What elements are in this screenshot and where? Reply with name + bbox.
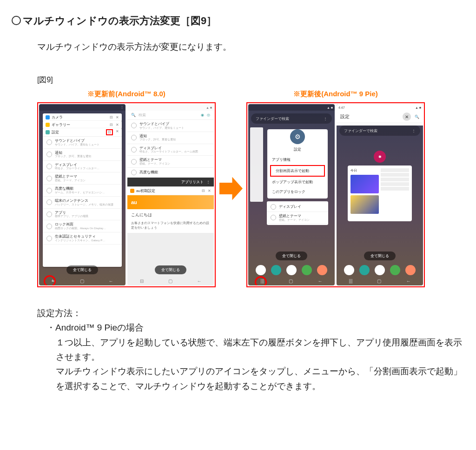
close-icon[interactable]: ✕ xyxy=(116,129,119,135)
search-bar[interactable]: 🔍 検索 ◉ ◎ xyxy=(127,111,214,120)
setting-icon xyxy=(131,135,137,140)
gallery-icon[interactable]: ✱ xyxy=(374,151,386,163)
au-card[interactable]: au初期設定⊟✕ au こんにちは お客さまのスマートフォンを快適に利用するため… xyxy=(127,186,214,233)
home-button[interactable]: ▢ xyxy=(80,278,84,284)
dock-app-2[interactable] xyxy=(271,265,281,275)
title-text: マルチウィンドウの表示方法変更［図9］ xyxy=(23,15,217,26)
gear-icon[interactable]: ⚙ xyxy=(290,129,305,144)
home-button[interactable]: ▢ xyxy=(168,278,172,284)
split-icon[interactable]: ⊟ xyxy=(202,189,205,193)
setting-row[interactable]: ロック画面画面ロックの種類、Always On Display… xyxy=(43,220,122,232)
popup-item[interactable]: このアプリをロック xyxy=(267,187,328,197)
back-button[interactable]: ← xyxy=(109,278,113,284)
setting-title: 高度な機能 xyxy=(55,186,105,191)
split-icon[interactable]: ⊟ xyxy=(110,115,113,119)
mini-setting-row[interactable]: ディスプレイ xyxy=(267,202,328,212)
back-button[interactable]: ← xyxy=(406,278,410,284)
close-all-button[interactable]: 全て閉じる xyxy=(364,251,396,260)
popup-item[interactable]: アプリ情報 xyxy=(267,155,328,165)
setting-row[interactable]: 通知ブロック、許可、重要な通知 xyxy=(43,149,122,161)
close-icon[interactable]: ✕ xyxy=(403,112,411,121)
setting-row[interactable]: 通知ブロック、許可、重要な通知 xyxy=(127,132,214,144)
home-button[interactable]: ▢ xyxy=(377,278,381,284)
dock-app-3[interactable] xyxy=(375,265,385,275)
close-icon[interactable]: ✕ xyxy=(208,189,211,193)
dock-app-4[interactable] xyxy=(390,265,400,275)
setting-sub: 壁紙、テーマ、アイコン xyxy=(139,162,170,165)
mini-setting-sub: 壁紙、テーマ、アイコン xyxy=(279,218,310,222)
dock-app-4[interactable] xyxy=(302,265,312,275)
split-icon[interactable]: ⊟ xyxy=(110,123,113,127)
dock-app-2[interactable] xyxy=(359,265,370,275)
voice-icon-2[interactable]: ◎ xyxy=(207,113,210,117)
dock-app-1[interactable] xyxy=(256,265,266,275)
list-line xyxy=(381,178,409,181)
phone-after-left: ▲ ■ ファインダーで検索⋮ ⚙ 設定 アプリ情報 分割画面表示で起動 ポップア… xyxy=(248,104,335,285)
setting-icon xyxy=(131,123,137,128)
close-all-button[interactable]: 全て閉じる xyxy=(276,251,307,260)
setting-row[interactable]: サウンドとバイブサウンド、バイブ、通知をミュート xyxy=(127,120,214,132)
setting-row[interactable]: 壁紙とテーマ壁紙、テーマ、アイコン xyxy=(127,156,214,168)
close-all-button[interactable]: 全て閉じる xyxy=(66,265,98,274)
statusbar: ▲ ■ xyxy=(127,104,214,111)
setting-row[interactable]: 端末のメンテナンスバッテリー、ストレージ、メモリ、端末の保護 xyxy=(43,197,122,209)
setting-row[interactable]: ディスプレイ明るさ、ブルーライトフィルター、ホーム画面 xyxy=(127,144,214,156)
setting-row[interactable]: 高度な機能 xyxy=(127,168,214,178)
voice-icon[interactable]: ◉ xyxy=(201,113,204,117)
finder-search[interactable]: ファインダーで検索⋮ xyxy=(251,113,332,124)
mini-setting-row[interactable]: 壁紙とテーマ壁紙、テーマ、アイコン xyxy=(267,212,328,224)
arrow-icon xyxy=(219,177,243,200)
page-title: マルチウィンドウの表示方法変更［図9］ xyxy=(12,14,464,28)
setting-icon xyxy=(46,176,52,181)
setting-row[interactable]: サウンドとバイブサウンド、バイブ、通知をミュート xyxy=(43,137,122,149)
circle-icon xyxy=(12,16,21,25)
back-button[interactable]: ← xyxy=(197,278,202,284)
gallery-card[interactable]: 今日 xyxy=(348,165,412,221)
finder-search[interactable]: ファインダーで検索⋮ xyxy=(339,126,420,136)
figure-row: ※更新前(Android™ 8.0) ⋮ カメラ⊟✕ ギャラリー⊟✕ 設定⊟✕ … xyxy=(37,90,464,287)
dock-app-1[interactable] xyxy=(344,265,354,275)
close-icon[interactable]: ✕ xyxy=(116,115,119,119)
dock-app-5[interactable] xyxy=(317,265,327,275)
setting-row[interactable]: 壁紙とテーマ壁紙、テーマ、アイコン xyxy=(43,172,122,185)
setting-icon xyxy=(46,236,52,241)
instructions: 設定方法： ・Android™ 9 Pieの場合 １つ以上、アプリを起動している… xyxy=(37,306,464,393)
phone-before-right: ▲ ■ 🔍 検索 ◉ ◎ サウンドとバイブサウンド、バイブ、通知をミュート通知ブ… xyxy=(127,104,214,285)
instr-line-2: マルチウィンドウ表示にしたいアプリのアイコンをタップし、メニューから、「分割画面… xyxy=(56,364,464,393)
recents-button[interactable]: ⊟ xyxy=(140,278,144,284)
more-icon[interactable]: ⋮ xyxy=(324,117,327,121)
setting-title: 通知 xyxy=(139,134,176,139)
setting-row[interactable]: 生体認証とセキュリティインテリジェントスキャン、Galaxy P… xyxy=(43,232,122,245)
card-settings[interactable]: 設定⊟✕ サウンドとバイブサウンド、バイブ、通知をミュート通知ブロック、許可、重… xyxy=(43,128,122,267)
display-icon xyxy=(271,204,276,210)
setting-row[interactable]: 高度な機能ゲーム、片手モード、ビデオエンハン… xyxy=(43,185,122,197)
split-icon[interactable]: ⊟ xyxy=(106,129,113,135)
home-button[interactable]: ▢ xyxy=(289,278,293,284)
setting-icon xyxy=(46,164,52,169)
dock-app-5[interactable] xyxy=(405,265,416,275)
setting-row[interactable]: ディスプレイ明るさ、ブルーライトフィルター… xyxy=(43,161,122,173)
setting-icon xyxy=(46,139,52,145)
instr-bullet: ・Android™ 9 Pieの場合 xyxy=(46,320,464,335)
more-icon[interactable]: ⋮ xyxy=(412,129,416,133)
search-icon[interactable]: 🔍 xyxy=(415,115,419,119)
topbar: 設定 ✕ 🔍 xyxy=(337,111,423,123)
camera-icon xyxy=(46,115,50,119)
popup-item[interactable]: ポップアップ表示で起動 xyxy=(267,177,328,187)
more-icon[interactable]: ⋮ xyxy=(206,180,210,184)
popup-item-highlighted[interactable]: 分割画面表示で起動 xyxy=(270,165,325,177)
popup-item-label: 分割画面表示で起動 xyxy=(271,166,324,176)
search-placeholder: 検索 xyxy=(139,112,146,118)
setting-icon xyxy=(46,199,52,205)
setting-row[interactable]: アプリ標準アプリ、アプリの権限 xyxy=(43,209,122,221)
setting-title: 壁紙とテーマ xyxy=(139,158,170,162)
description: マルチウィンドウの表示方法が変更になります。 xyxy=(37,41,464,53)
recents-button[interactable]: ||| xyxy=(349,278,353,284)
search-icon: 🔍 xyxy=(131,113,136,117)
popup-area: ⚙ 設定 アプリ情報 分割画面表示で起動 ポップアップ表示で起動 このアプリをロ… xyxy=(267,127,328,225)
close-all-button[interactable]: 全て閉じる xyxy=(155,265,186,274)
back-button[interactable]: ← xyxy=(317,278,322,284)
close-icon[interactable]: ✕ xyxy=(116,123,119,127)
phone-before-left: ⋮ カメラ⊟✕ ギャラリー⊟✕ 設定⊟✕ サウンドとバイブサウンド、バイブ、通知… xyxy=(39,104,126,285)
dock-app-3[interactable] xyxy=(286,265,297,275)
